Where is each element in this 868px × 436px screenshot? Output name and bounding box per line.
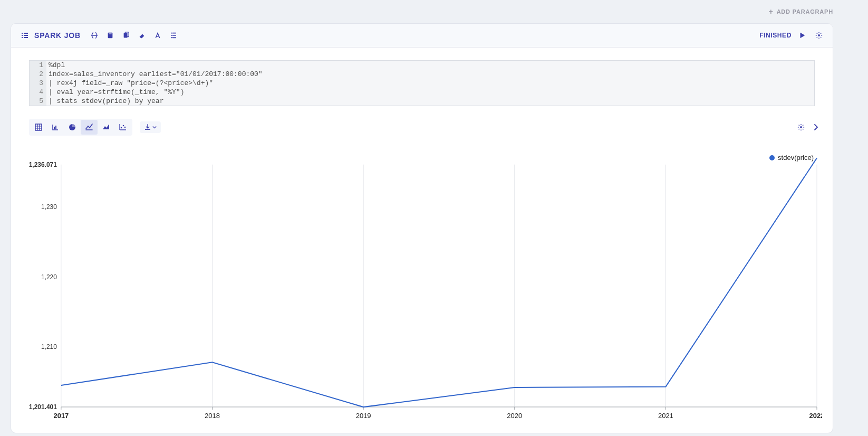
svg-text:2021: 2021 bbox=[658, 412, 673, 420]
line-number: 4 bbox=[30, 88, 46, 97]
add-paragraph-label: ADD PARAGRAPH bbox=[777, 8, 833, 15]
line-numbers-icon[interactable] bbox=[167, 29, 180, 42]
list-icon[interactable] bbox=[18, 29, 31, 42]
header-right: FINISHED bbox=[759, 29, 825, 42]
plus-icon: + bbox=[769, 8, 774, 15]
svg-point-11 bbox=[124, 127, 126, 128]
line-number: 1 bbox=[30, 61, 46, 70]
chart-area: stdev(price) 1,201.4011,2101,2201,2301,2… bbox=[22, 151, 822, 423]
line-number: 2 bbox=[30, 70, 46, 79]
pie-chart-button[interactable] bbox=[64, 120, 81, 135]
scatter-chart-button[interactable] bbox=[114, 120, 131, 135]
svg-text:2018: 2018 bbox=[205, 412, 220, 420]
copy-icon[interactable] bbox=[120, 29, 132, 42]
chart-right-controls bbox=[795, 121, 822, 134]
add-paragraph-button[interactable]: + ADD PARAGRAPH bbox=[769, 8, 833, 15]
svg-text:1,236.071: 1,236.071 bbox=[29, 161, 57, 168]
table-chart-button[interactable] bbox=[30, 120, 47, 135]
code-line: %dpl bbox=[46, 61, 814, 70]
chevron-right-icon[interactable] bbox=[809, 121, 822, 134]
paragraph-panel: SPARK JOB FINISHED bbox=[11, 23, 833, 433]
line-chart-button[interactable] bbox=[81, 120, 98, 135]
svg-text:2019: 2019 bbox=[356, 412, 371, 420]
svg-rect-6 bbox=[54, 127, 55, 129]
svg-point-9 bbox=[121, 127, 122, 129]
svg-text:2017: 2017 bbox=[53, 412, 69, 420]
chart-legend[interactable]: stdev(price) bbox=[769, 154, 814, 162]
svg-text:1,230: 1,230 bbox=[41, 203, 57, 211]
line-number: 5 bbox=[30, 97, 46, 106]
code-line: | stats stdev(price) by year bbox=[46, 97, 814, 106]
code-line: | eval year=strftime(_time, "%Y") bbox=[46, 88, 814, 97]
area-chart-button[interactable] bbox=[98, 120, 114, 135]
viz-toolbar bbox=[29, 119, 833, 136]
gear-icon[interactable] bbox=[813, 29, 825, 42]
book-icon[interactable] bbox=[104, 29, 117, 42]
svg-text:1,201.401: 1,201.401 bbox=[29, 403, 57, 411]
legend-dot-icon bbox=[769, 155, 775, 160]
download-button[interactable] bbox=[140, 121, 161, 133]
svg-rect-5 bbox=[35, 124, 42, 130]
code-editor[interactable]: 1%dpl 2index=sales_inventory earliest="0… bbox=[29, 60, 815, 106]
svg-rect-7 bbox=[55, 126, 56, 129]
svg-text:2020: 2020 bbox=[507, 412, 522, 420]
svg-text:1,210: 1,210 bbox=[41, 343, 57, 350]
svg-text:2022: 2022 bbox=[809, 412, 822, 420]
legend-label: stdev(price) bbox=[778, 154, 814, 162]
code-line: index=sales_inventory earliest="01/01/20… bbox=[46, 70, 814, 79]
chevron-down-icon bbox=[152, 125, 157, 129]
bar-chart-button[interactable] bbox=[47, 120, 64, 135]
chart-settings-icon[interactable] bbox=[795, 121, 807, 134]
play-icon[interactable] bbox=[796, 29, 808, 42]
svg-rect-0 bbox=[108, 33, 112, 39]
line-number: 3 bbox=[30, 79, 46, 88]
eraser-icon[interactable] bbox=[136, 29, 148, 42]
header-left: SPARK JOB bbox=[18, 29, 180, 42]
svg-text:1,220: 1,220 bbox=[41, 273, 57, 281]
code-line: | rex4j field=_raw "price=(?<price>\d+)" bbox=[46, 79, 814, 88]
svg-point-10 bbox=[123, 125, 124, 127]
viz-type-group bbox=[29, 119, 132, 136]
svg-point-4 bbox=[818, 34, 820, 36]
svg-point-12 bbox=[800, 126, 802, 128]
font-icon[interactable] bbox=[151, 29, 164, 42]
chart-svg: 1,201.4011,2101,2201,2301,236.0712017201… bbox=[22, 151, 822, 423]
status-label: FINISHED bbox=[759, 32, 792, 39]
panel-title: SPARK JOB bbox=[34, 31, 81, 40]
resize-width-icon[interactable] bbox=[88, 29, 101, 42]
svg-rect-1 bbox=[109, 34, 111, 34]
panel-header: SPARK JOB FINISHED bbox=[11, 24, 833, 48]
